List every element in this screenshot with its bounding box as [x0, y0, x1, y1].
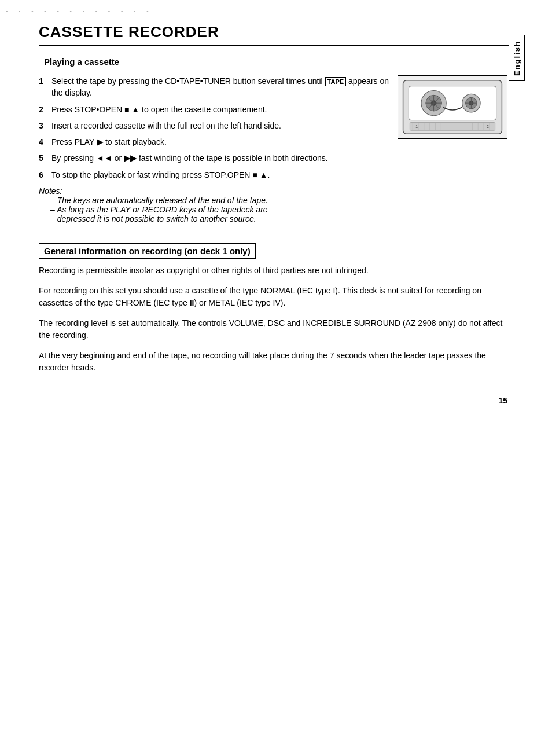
notes-label: Notes:	[39, 186, 62, 196]
cassette-svg: 1 2	[398, 76, 507, 138]
step-5-num: 5	[39, 152, 48, 164]
step-4-text: Press PLAY ▶ to start playback.	[51, 136, 167, 148]
step-2-text: Press STOP•OPEN ■ ▲ to open the casette …	[51, 104, 267, 115]
sidebar-text: English	[513, 41, 521, 76]
step-6: 6 To stop the playback or fast winding p…	[39, 169, 392, 181]
section1-heading: Playing a cassette	[39, 54, 124, 69]
paragraph-4: At the very beginning and end of the tap…	[39, 350, 513, 374]
step-5-text: By pressing ◄◄ or ▶▶ fast winding of the…	[51, 152, 328, 164]
step-6-num: 6	[39, 169, 48, 181]
step-3-text: Insert a recorded cassette with the full…	[51, 120, 281, 131]
page-title: CASSETTE RECORDER	[39, 23, 513, 46]
svg-text:1: 1	[415, 124, 418, 129]
step-2: 2 Press STOP•OPEN ■ ▲ to open the casett…	[39, 104, 392, 115]
paragraph-3: The recording level is set automatically…	[39, 317, 513, 342]
step-5: 5 By pressing ◄◄ or ▶▶ fast winding of t…	[39, 152, 392, 164]
notes-block: Notes: – The keys are automatically rele…	[39, 186, 392, 223]
step-3: 3 Insert a recorded cassette with the fu…	[39, 120, 392, 131]
bottom-decoration	[0, 746, 552, 756]
step-1-num: 1	[39, 75, 48, 99]
step-1-text: Select the tape by pressing the CD•TAPE•…	[51, 75, 392, 99]
cassette-image-container: 1 2	[398, 75, 513, 233]
svg-text:2: 2	[487, 124, 489, 129]
steps-list: 1 Select the tape by pressing the CD•TAP…	[39, 75, 392, 181]
step-4: 4 Press PLAY ▶ to start playback.	[39, 136, 392, 148]
svg-rect-15	[410, 123, 495, 131]
paragraph-1: Recording is permissible insofar as copy…	[39, 265, 513, 277]
note-2: – As long as the PLAY or RECORD keys of …	[50, 205, 392, 223]
top-decoration: - - - - - - - - - - - - - - - - - - - - …	[0, 0, 552, 10]
sidebar-english-label: English	[509, 35, 525, 81]
section1-content: 1 Select the tape by pressing the CD•TAP…	[39, 75, 513, 233]
tape-badge: TAPE	[325, 77, 347, 86]
section1-left: 1 Select the tape by pressing the CD•TAP…	[39, 75, 392, 233]
step-3-num: 3	[39, 120, 48, 131]
section2-heading: General information on recording (on dec…	[39, 243, 256, 259]
step-1: 1 Select the tape by pressing the CD•TAP…	[39, 75, 392, 99]
page-number: 15	[498, 396, 507, 405]
section2: General information on recording (on dec…	[39, 243, 513, 374]
step-2-num: 2	[39, 104, 48, 115]
step-4-num: 4	[39, 136, 48, 148]
paragraph-2: For recording on this set you should use…	[39, 285, 513, 309]
cassette-illustration: 1 2	[398, 75, 507, 139]
note-1: – The keys are automatically released at…	[50, 196, 392, 205]
step-6-text: To stop the playback or fast winding pre…	[51, 169, 270, 181]
